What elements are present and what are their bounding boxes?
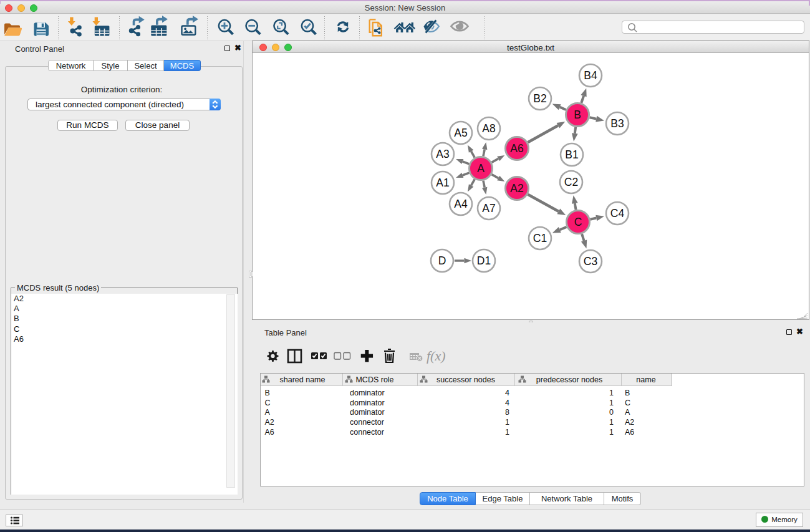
svg-text:C4: C4 — [610, 207, 625, 220]
svg-text:C2: C2 — [564, 176, 578, 188]
svg-text:1: 1 — [609, 418, 614, 427]
svg-text:A2: A2 — [625, 418, 634, 427]
svg-text:MCDS role: MCDS role — [355, 375, 393, 384]
svg-text:A4: A4 — [454, 198, 468, 210]
svg-text:B2: B2 — [533, 92, 546, 105]
svg-text:4: 4 — [505, 399, 509, 407]
svg-text:D: D — [438, 254, 446, 267]
svg-text:A6: A6 — [625, 428, 634, 437]
svg-text:1: 1 — [609, 399, 614, 407]
svg-text:shared name: shared name — [280, 375, 325, 384]
svg-text:A6: A6 — [265, 428, 274, 437]
svg-text:dominator: dominator — [350, 408, 385, 417]
svg-text:A: A — [477, 162, 485, 175]
svg-text:B4: B4 — [584, 69, 597, 82]
svg-text:name: name — [636, 375, 655, 384]
svg-text:1: 1 — [505, 428, 509, 437]
svg-text:A2: A2 — [510, 182, 523, 195]
svg-text:A1: A1 — [436, 177, 449, 189]
svg-text:4: 4 — [505, 389, 509, 397]
svg-text:A5: A5 — [454, 127, 467, 139]
svg-text:D1: D1 — [477, 254, 491, 267]
svg-text:A6: A6 — [510, 142, 523, 155]
svg-text:f(x): f(x) — [427, 348, 446, 364]
svg-text:A3: A3 — [436, 148, 449, 160]
svg-text:dominator: dominator — [350, 399, 385, 407]
svg-text:1: 1 — [609, 389, 614, 397]
svg-text:A7: A7 — [482, 202, 495, 215]
svg-text:C3: C3 — [584, 255, 597, 268]
svg-text:A: A — [625, 408, 630, 417]
svg-text:B: B — [574, 109, 581, 121]
svg-text:connector: connector — [350, 418, 384, 427]
svg-text:1: 1 — [505, 418, 509, 427]
svg-text:predecessor nodes: predecessor nodes — [536, 375, 602, 384]
svg-text:C: C — [574, 216, 582, 228]
svg-text:C: C — [265, 399, 271, 407]
svg-text:A: A — [265, 408, 271, 417]
svg-text:0: 0 — [609, 408, 614, 417]
svg-text:A2: A2 — [265, 418, 274, 427]
svg-text:C1: C1 — [533, 232, 547, 244]
svg-text:B: B — [625, 389, 630, 397]
svg-text:successor nodes: successor nodes — [436, 375, 495, 384]
svg-text:C: C — [625, 399, 630, 407]
svg-text:B3: B3 — [610, 117, 624, 130]
svg-text:8: 8 — [505, 408, 509, 417]
svg-text:B1: B1 — [565, 148, 578, 161]
svg-text:A8: A8 — [482, 122, 495, 135]
svg-text:B: B — [265, 389, 270, 397]
svg-text:dominator: dominator — [350, 389, 385, 397]
svg-text:connector: connector — [350, 428, 384, 437]
svg-text:1: 1 — [609, 428, 614, 437]
